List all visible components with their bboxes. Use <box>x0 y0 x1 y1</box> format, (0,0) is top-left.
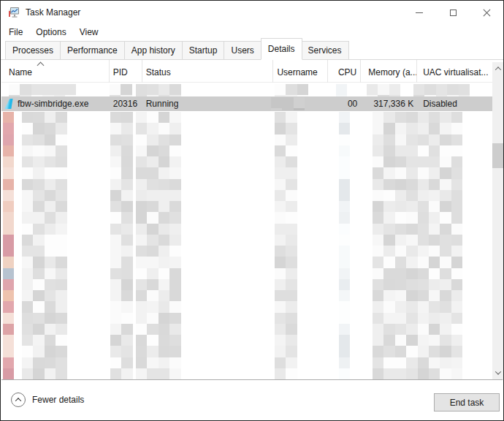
column-header-status[interactable]: Status <box>142 60 274 83</box>
fewer-details-label: Fewer details <box>32 395 84 405</box>
tab-processes[interactable]: Processes <box>5 41 61 60</box>
tab-performance[interactable]: Performance <box>61 41 125 60</box>
fewer-details-toggle[interactable]: Fewer details <box>11 392 84 407</box>
menu-options[interactable]: Options <box>29 24 72 39</box>
scroll-down-button[interactable] <box>492 366 504 379</box>
maximize-button[interactable] <box>436 1 470 24</box>
footer-bar: Fewer details End task <box>1 379 503 420</box>
chevron-down-icon <box>495 368 501 374</box>
process-uac-cell: Disabled <box>417 96 492 111</box>
close-icon <box>483 9 491 17</box>
selected-process-row[interactable]: fbw-simbridge.exe 20316 Running 00 317,3… <box>1 96 492 111</box>
title-bar[interactable]: Task Manager <box>1 1 503 24</box>
scrollbar-thumb[interactable] <box>492 143 504 168</box>
chevron-up-icon <box>495 67 501 72</box>
column-header-uac[interactable]: UAC virtualisat... <box>417 60 492 83</box>
column-header-pid[interactable]: PID <box>110 60 142 83</box>
process-memory-cell: 317,336 K <box>361 96 417 111</box>
column-header-username[interactable]: Username <box>273 60 328 83</box>
redacted-name-column <box>22 112 77 379</box>
column-header-row: Name PID Status Username CPU Memory (a..… <box>1 60 492 83</box>
process-cpu-cell: 00 <box>328 96 361 111</box>
redacted-row1-name <box>9 84 78 96</box>
redacted-memory-uac-column <box>373 112 463 379</box>
column-header-memory[interactable]: Memory (a... <box>361 60 417 83</box>
redacted-status-column <box>136 112 187 379</box>
menu-view[interactable]: View <box>73 24 105 39</box>
tab-strip: Processes Performance App history Startu… <box>1 39 503 60</box>
process-pid-cell: 20316 <box>110 96 142 111</box>
tab-services[interactable]: Services <box>302 41 349 60</box>
tab-app-history[interactable]: App history <box>125 41 183 60</box>
redacted-row1-cpu <box>336 84 355 96</box>
column-header-cpu[interactable]: CPU <box>328 60 361 83</box>
redacted-row1-pid <box>110 84 134 96</box>
redacted-row1-status <box>136 84 186 96</box>
redacted-row1-memory <box>367 84 409 96</box>
collapse-circle-icon <box>11 392 26 407</box>
window-title: Task Manager <box>26 7 80 18</box>
redacted-pid-column <box>110 112 134 379</box>
process-status-cell: Running <box>142 96 274 111</box>
menu-bar: File Options View <box>1 24 503 39</box>
menu-file[interactable]: File <box>2 24 29 39</box>
tab-details[interactable]: Details <box>261 38 302 60</box>
tab-users[interactable]: Users <box>224 41 261 60</box>
minimize-icon <box>416 12 423 13</box>
task-manager-window: Task Manager File Options View Processes… <box>0 0 504 421</box>
details-list: Name PID Status Username CPU Memory (a..… <box>1 60 504 380</box>
task-manager-icon <box>8 7 20 18</box>
redacted-icons-column <box>3 112 22 379</box>
redacted-username-column <box>275 112 308 379</box>
minimize-button[interactable] <box>402 1 436 24</box>
vertical-scrollbar[interactable] <box>492 62 504 380</box>
fbw-simbridge-icon <box>4 99 14 109</box>
redacted-row1-uac <box>413 84 472 96</box>
close-button[interactable] <box>470 1 503 24</box>
tab-startup[interactable]: Startup <box>183 41 225 60</box>
redacted-row1-username <box>275 84 313 96</box>
process-name: fbw-simbridge.exe <box>18 99 88 109</box>
redacted-cpu-column <box>339 112 361 379</box>
column-header-name[interactable]: Name <box>1 60 110 83</box>
redacted-selected-username <box>271 97 313 110</box>
end-task-button[interactable]: End task <box>434 393 500 411</box>
scroll-up-button[interactable] <box>492 62 504 75</box>
maximize-icon <box>450 10 457 16</box>
process-name-cell: fbw-simbridge.exe <box>1 96 110 111</box>
